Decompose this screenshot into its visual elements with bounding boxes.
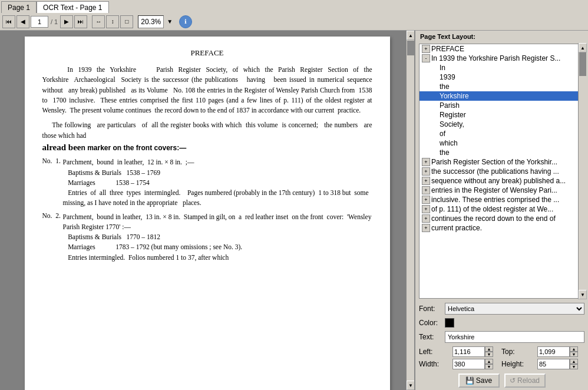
list-item-1: No. 1. Parchment, bound in leather, 12 i… bbox=[42, 157, 372, 208]
left-spin-down[interactable]: ▼ bbox=[485, 352, 493, 357]
top-spin-up[interactable]: ▲ bbox=[570, 346, 578, 352]
scroll-up-button[interactable]: ▲ bbox=[407, 31, 414, 40]
tree-expand-icon[interactable]: + bbox=[422, 177, 430, 185]
color-label: Color: bbox=[419, 319, 442, 327]
page-input[interactable] bbox=[31, 16, 48, 28]
height-spin-down[interactable]: ▼ bbox=[570, 364, 578, 369]
scroll-track bbox=[407, 40, 414, 381]
tree-item-label: the bbox=[440, 148, 450, 157]
tree-item[interactable]: - In 1939 the Yorkshire Parish Register … bbox=[419, 54, 584, 63]
height-input-group: ▲ ▼ bbox=[537, 359, 584, 369]
tree-item[interactable]: + Parish Register Section of the Yorkshi… bbox=[419, 157, 584, 167]
tree-item[interactable]: Parish bbox=[419, 101, 584, 110]
scroll-thumb[interactable] bbox=[407, 41, 414, 55]
color-row: Color: bbox=[415, 316, 588, 329]
tree-item[interactable]: + current practice. bbox=[419, 223, 584, 233]
tab-ocrtext[interactable]: OCR Text - Page 1 bbox=[37, 1, 109, 13]
tree-item[interactable]: In bbox=[419, 63, 584, 72]
tree-item[interactable]: of bbox=[419, 129, 584, 138]
fit-height-button[interactable]: ↕ bbox=[106, 15, 119, 28]
top-spin-down[interactable]: ▼ bbox=[570, 352, 578, 357]
tree-item[interactable]: + PREFACE bbox=[419, 44, 584, 54]
tree-item[interactable]: the bbox=[419, 148, 584, 157]
tree-expand-icon[interactable]: + bbox=[422, 205, 430, 213]
doc-paragraph1: In 1939 the Yorkshire Parish Register So… bbox=[42, 65, 372, 115]
tree-item[interactable]: + continues the record down to the end o… bbox=[419, 214, 584, 223]
right-panel-header: Page Text Layout: bbox=[415, 31, 588, 42]
tree-item[interactable]: which bbox=[419, 138, 584, 148]
scroll-down-button[interactable]: ▼ bbox=[407, 381, 414, 390]
reload-button[interactable]: ↺ Reload bbox=[504, 374, 546, 388]
tree-expand-icon[interactable]: - bbox=[422, 54, 430, 62]
tree-item[interactable]: the bbox=[419, 82, 584, 91]
tree-item-label: Parish Register Section of the Yorkshir.… bbox=[431, 158, 557, 166]
tree-expand-icon[interactable]: + bbox=[422, 186, 430, 194]
tree-item[interactable]: 1939 bbox=[419, 72, 584, 82]
width-spin-down[interactable]: ▼ bbox=[485, 364, 493, 369]
tree-item-label: Society, bbox=[440, 120, 464, 128]
tree-item-label: of p. 111) of the oldest register at We.… bbox=[431, 205, 553, 213]
tab-page1[interactable]: Page 1 bbox=[1, 1, 37, 13]
coord-grid: Left: ▲ ▼ Top: ▲ ▼ Width: bbox=[415, 345, 588, 371]
zoom-indicator: 20.3% bbox=[138, 15, 164, 28]
tree-expand-icon[interactable]: + bbox=[422, 224, 430, 232]
fit-width-button[interactable]: ↔ bbox=[92, 15, 105, 28]
tree-item[interactable]: + the successor (the publications having… bbox=[419, 167, 584, 176]
tree-item[interactable]: + sequence without any break) published … bbox=[419, 176, 584, 186]
tree-item-label: the bbox=[440, 82, 450, 91]
tree-item[interactable]: + of p. 111) of the oldest register at W… bbox=[419, 204, 584, 214]
doc-scrollbar[interactable]: ▲ ▼ bbox=[406, 31, 414, 390]
tree-expand-icon[interactable]: + bbox=[422, 214, 430, 223]
tree-item[interactable]: Society, bbox=[419, 120, 584, 129]
zoom-button[interactable]: ▼ bbox=[165, 15, 174, 28]
tree-item-label: Register bbox=[440, 111, 466, 119]
view-button[interactable]: □ bbox=[120, 15, 133, 28]
text-input[interactable] bbox=[445, 331, 584, 343]
color-swatch[interactable] bbox=[445, 318, 454, 328]
font-row: Font: Helvetica bbox=[415, 301, 588, 316]
tree-item-label: In bbox=[440, 64, 445, 72]
tree-scrollbar[interactable]: ▲ ▼ bbox=[578, 43, 586, 299]
width-spin-up[interactable]: ▲ bbox=[485, 359, 493, 364]
top-input-group: ▲ ▼ bbox=[537, 346, 584, 357]
left-spin-up[interactable]: ▲ bbox=[485, 346, 493, 352]
tree-item[interactable]: + entries in the Register of Wensley Par… bbox=[419, 186, 584, 195]
top-input[interactable] bbox=[537, 346, 570, 357]
tree-item-label: 1939 bbox=[440, 73, 455, 81]
tree-item[interactable]: Register bbox=[419, 110, 584, 120]
tree-expand-icon[interactable]: + bbox=[422, 45, 430, 53]
tree-item-label: which bbox=[440, 139, 458, 147]
tree-item-label: In 1939 the Yorkshire Parish Register S.… bbox=[431, 54, 560, 62]
list-item-2: No. 2. Parchment, bound in leather, 13 i… bbox=[42, 212, 372, 263]
next-page-button[interactable]: ▶ bbox=[60, 15, 73, 28]
last-page-button[interactable]: ⏭ bbox=[74, 15, 87, 28]
first-page-button[interactable]: ⏮ bbox=[2, 15, 15, 28]
doc-scroll-area[interactable]: PREFACE In 1939 the Yorkshire Parish Reg… bbox=[0, 31, 414, 390]
tree-item[interactable]: + inclusive. These entries comprised the… bbox=[419, 195, 584, 204]
save-label: Save bbox=[476, 376, 492, 385]
info-button[interactable]: ℹ bbox=[179, 15, 192, 28]
text-row: Text: bbox=[415, 329, 588, 345]
tree-item-label: continues the record down to the end of bbox=[431, 214, 556, 223]
tree-item[interactable]: Yorkshire bbox=[419, 91, 584, 101]
tree-expand-icon[interactable]: + bbox=[422, 196, 430, 204]
font-select[interactable]: Helvetica bbox=[445, 303, 584, 315]
tree-expand-icon[interactable]: + bbox=[422, 167, 430, 176]
tree-item-label: PREFACE bbox=[431, 45, 464, 53]
tree-container[interactable]: + PREFACE- In 1939 the Yorkshire Parish … bbox=[419, 44, 584, 299]
width-label: Width: bbox=[419, 360, 451, 368]
height-input[interactable] bbox=[537, 359, 570, 369]
save-button[interactable]: 💾 Save bbox=[458, 374, 500, 388]
tree-item-label: sequence without any break) published a.… bbox=[431, 177, 566, 185]
left-input-group: ▲ ▼ bbox=[452, 346, 500, 357]
tree-expand-icon[interactable]: + bbox=[422, 158, 430, 166]
tree-item-label: inclusive. These entries comprised the .… bbox=[431, 196, 559, 204]
left-input[interactable] bbox=[452, 346, 485, 357]
width-input[interactable] bbox=[452, 359, 485, 369]
doc-bold-text: alread been marker on the front covers:— bbox=[42, 141, 372, 154]
height-spin-up[interactable]: ▲ bbox=[570, 359, 578, 364]
doc-page: PREFACE In 1939 the Yorkshire Parish Reg… bbox=[25, 37, 390, 390]
prev-page-button[interactable]: ◀ bbox=[16, 15, 29, 28]
text-label: Text: bbox=[419, 333, 442, 341]
tree-item-label: the successor (the publications having .… bbox=[431, 167, 559, 176]
